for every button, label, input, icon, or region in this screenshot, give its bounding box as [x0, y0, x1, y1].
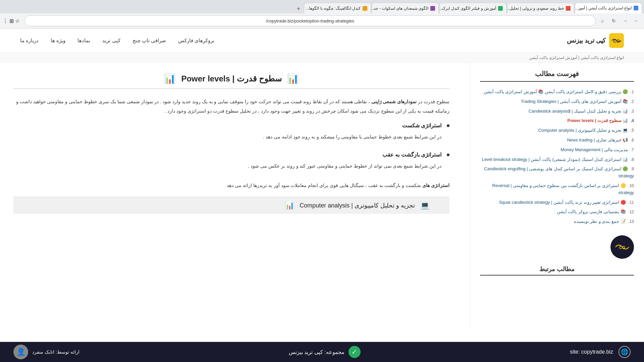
main-layout: فهرست مطالب 1. 🟢 بررسی دقیق و کامل استرا…	[0, 63, 644, 331]
strategy-1-label: استراتژی شکست	[402, 122, 441, 129]
nav-about[interactable]: درباره ما	[20, 38, 39, 44]
content-area: 📊 سطوح قدرت | Power levels 📊 سطوح قدرت د…	[0, 63, 470, 331]
banner-icon: 💻	[420, 201, 429, 210]
strategy-2-label: استراتژی بازگشت به عقب	[382, 152, 441, 158]
content-summary: استراتژی های شکست و بازگشت به عقب ، سیگن…	[13, 181, 449, 190]
center-text: مجموعه: کپی ترید بیزنس	[289, 349, 344, 355]
toc-item-12[interactable]: 12. 📚 پشتیبانی فارسی بروکر پاکت آیشن	[480, 208, 634, 216]
summary-bold: استراتژی های	[422, 183, 449, 188]
bottom-center: ✓ مجموعه: کپی ترید بیزنس	[289, 346, 361, 358]
tab-1-label: انواع استراتژی پاکت آیشن | آموز...	[575, 6, 632, 10]
side-logo-area: CO	[480, 235, 634, 259]
bullet-2	[447, 154, 449, 156]
toc-title: فهرست مطالب	[480, 70, 634, 82]
nav-exchange[interactable]: صرافی تاپ چنج	[132, 38, 166, 44]
banner-icon-right: 📊	[285, 201, 294, 210]
section-icon-right: 📊	[287, 73, 299, 84]
tab-favicon-4	[430, 6, 435, 11]
strategy-1-title: استراتژی شکست	[13, 122, 449, 129]
tab-favicon-2	[566, 6, 571, 11]
page-wrapper: CO کپی ترید بیزنس بروکرهای فارکس صرافی ت…	[0, 28, 644, 331]
tab-1[interactable]: انواع استراتژی پاکت آیشن | آموز... ✕	[575, 3, 642, 13]
sidebar: فهرست مطالب 1. 🟢 بررسی دقیق و کامل استرا…	[470, 63, 644, 331]
bottom-banner: 💻 تجزیه و تحلیل کامپیوتری | Computer ana…	[13, 197, 449, 214]
breadcrumb: انواع استراتژی پاکت آیشن | آموزش استراتژ…	[0, 53, 644, 63]
nav-copytrade[interactable]: کپی ترید	[102, 38, 120, 44]
tab-5[interactable]: کندل انگالفینگ: چگونه با الگوها... ✕	[304, 3, 371, 13]
extensions-icon[interactable]: ⊞	[9, 18, 14, 24]
bookmark-icon[interactable]: ☆	[15, 18, 20, 24]
toc-item-7[interactable]: 7. مدیریت مالی | Money Management	[480, 146, 634, 154]
tab-2[interactable]: خط روند صعودی و نزولی | تحلیل... ✕	[507, 3, 574, 13]
section-title: سطوح قدرت | Power levels	[181, 74, 281, 83]
toc-item-13[interactable]: 13. 📝 جمع بندی و نظر نویسنده	[480, 218, 634, 225]
address-bar-icons: ☆ ⊞ ⋮	[3, 18, 20, 24]
checkmark-icon: ✓	[348, 346, 361, 358]
toc-item-1[interactable]: 1. 🟢 بررسی دقیق و کامل استراتژی پاکت آیش…	[480, 88, 634, 96]
related-articles-title: مطالب مرتبط	[480, 265, 634, 276]
tab-favicon-1	[634, 6, 638, 10]
logo-icon: CO	[609, 33, 624, 48]
right-text: ارائه توسط: اتابک منفرد	[32, 349, 79, 355]
toc-item-11[interactable]: 11. 🔴 استراتژی تغییر روند ترند پاکت آیشن…	[480, 199, 634, 206]
strategy-1-block: استراتژی شکست در این شرایط شمع بعدی خطوط…	[13, 122, 449, 141]
tab-favicon-5	[363, 6, 367, 11]
breadcrumb-text: انواع استراتژی پاکت آیشن | آموزش استراتژ…	[529, 55, 624, 60]
toc-item-8[interactable]: 8. 📊 استراتژی کندل استیک (نمودار شمعی) پ…	[480, 156, 634, 163]
tab-favicon-3	[498, 6, 503, 11]
bold-term: نمودارهای شمعی ژاپنی	[371, 99, 417, 104]
svg-text:CO: CO	[619, 245, 625, 250]
tab-5-label: کندل انگالفینگ: چگونه با الگوها...	[306, 6, 361, 11]
side-logo-circle: CO	[610, 235, 634, 259]
new-tab-button[interactable]: +	[294, 4, 303, 13]
bottom-avatar: 👤	[13, 345, 28, 359]
content-intro: سطوح قدرت در نمودارهای شمعی ژاپنی ، نقاط…	[13, 97, 449, 116]
section-header: 📊 سطوح قدرت | Power levels 📊	[13, 73, 449, 89]
back-button[interactable]: ←	[632, 16, 641, 25]
toc-item-6[interactable]: 6. 📢 خبرهای تجاری | News trading	[480, 137, 634, 144]
toc-item-2[interactable]: 2. 📚 آموزش استراتژی های پاکت آیشن | Trad…	[480, 98, 634, 105]
tab-3[interactable]: آموزش و فیلتر الگوی کندل ابرک... ✕	[439, 3, 506, 13]
address-bar-row: ← → ↻ ⌂ copytrade.biz/pocketoption-tradi…	[0, 13, 644, 28]
site-text: site: copytrade.biz	[570, 349, 613, 355]
strategy-2-block: استراتژی بازگشت به عقب در این شرایط شمع …	[13, 152, 449, 171]
browser-chrome: انواع استراتژی پاکت آیشن | آموز... ✕ خط …	[0, 0, 644, 28]
tab-2-label: خط روند صعودی و نزولی | تحلیل...	[507, 6, 564, 11]
toc-list: 1. 🟢 بررسی دقیق و کامل استراتژی پاکت آیش…	[480, 88, 634, 225]
home-button[interactable]: ⌂	[598, 16, 607, 25]
reload-button[interactable]: ↻	[609, 16, 619, 25]
toc-item-5[interactable]: 5. 💻 تجزیه و تحلیل کامپیوتری | Computer …	[480, 127, 634, 134]
bottom-bar: 🌐 site: copytrade.biz ✓ مجموعه: کپی ترید…	[0, 342, 644, 362]
tab-bar: انواع استراتژی پاکت آیشن | آموز... ✕ خط …	[0, 0, 644, 13]
site-logo[interactable]: CO کپی ترید بیزنس	[567, 33, 624, 48]
address-text: copytrade.biz/pocketoption-trading-strat…	[266, 18, 354, 23]
site-header: CO کپی ترید بیزنس بروکرهای فارکس صرافی ت…	[0, 28, 644, 53]
bottom-left: 🌐 site: copytrade.biz	[570, 346, 631, 358]
toc-item-9[interactable]: 9. 🟢 استراتژی کندل استیک بر اساس کندل ها…	[480, 166, 634, 180]
logo-text: کپی ترید بیزنس	[567, 37, 606, 44]
toc-item-3[interactable]: 3. 📊 تجزیه و تحلیل کندل استیک | $Candles…	[480, 108, 634, 115]
nav-brokers[interactable]: بروکرهای فارکس	[178, 38, 214, 44]
tab-4[interactable]: الگوی شمعدان های اسکوات - جد... ✕	[372, 3, 439, 13]
toc-item-10[interactable]: 10. 🟡 استراتژی بر اساس بازگشت بین سطوح ح…	[480, 182, 634, 196]
bottom-right: ارائه توسط: اتابک منفرد 👤	[13, 345, 79, 359]
nav-symbols[interactable]: نمادها	[77, 38, 90, 44]
strategy-2-text: در این شرایط شمع بعدی نمی تواند از خطوط …	[13, 161, 449, 171]
menu-icon[interactable]: ⋮	[3, 18, 8, 24]
strategy-2-title: استراتژی بازگشت به عقب	[13, 152, 449, 158]
globe-icon: 🌐	[619, 346, 631, 358]
address-input[interactable]: copytrade.biz/pocketoption-trading-strat…	[24, 15, 596, 26]
toc-item-4[interactable]: 4. 📊 سطوح قدرت | Power levels	[480, 117, 634, 124]
bullet-1	[447, 124, 449, 127]
site-nav: بروکرهای فارکس صرافی تاپ چنج کپی ترید نم…	[20, 38, 214, 44]
nav-special[interactable]: ویژه ها	[51, 38, 65, 44]
forward-button[interactable]: →	[621, 16, 630, 25]
banner-text: تجزیه و تحلیل کامپیوتری | Computer analy…	[300, 202, 415, 209]
strategy-1-text: در این شرایط شمع بعدی خطوط حمایتی یا مقا…	[13, 132, 449, 141]
section-icon-left: 📊	[164, 73, 176, 84]
tab-3-label: آموزش و فیلتر الگوی کندل ابرک...	[439, 6, 496, 11]
tab-4-label: الگوی شمعدان های اسکوات - جد...	[372, 6, 428, 11]
